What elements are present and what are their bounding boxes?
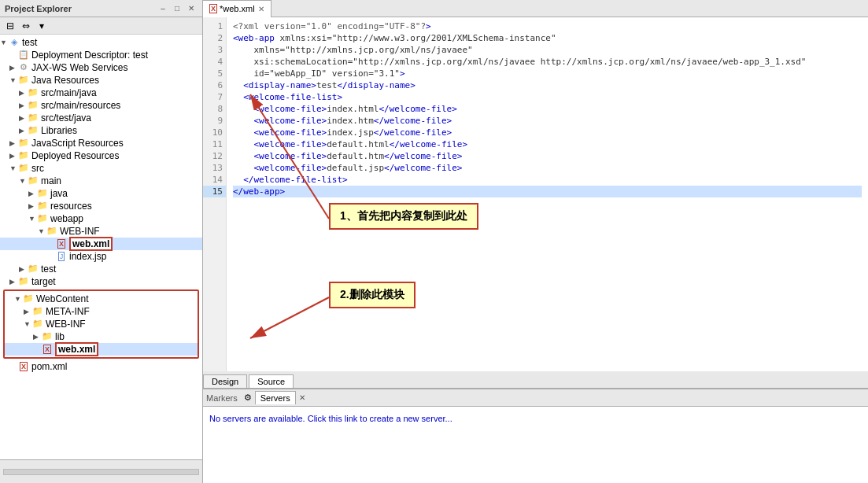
- jsp-icon: J: [55, 251, 68, 262]
- line-num-12: 12: [203, 150, 226, 162]
- tree-label: JavaScript Resources: [31, 138, 124, 149]
- tree-item-indexjsp[interactable]: J index.jsp: [0, 250, 202, 263]
- code-line-15: </web-app>: [233, 186, 862, 197]
- tree-label: WebContent: [36, 293, 89, 304]
- tree-item-srctestjava[interactable]: ▶ 📁 src/test/java: [0, 112, 202, 124]
- folder-src-icon: 📁: [27, 112, 39, 124]
- webcontent-highlight-box: ▼ 📁 WebContent ▶ 📁 META-INF ▼ 📁 WEB-INF …: [3, 289, 199, 359]
- line-num-4: 4: [203, 56, 226, 68]
- servers-tab[interactable]: Servers: [255, 391, 296, 404]
- horizontal-scrollbar[interactable]: [3, 469, 199, 475]
- tab-label: *web.xml: [220, 4, 255, 13]
- line-num-7: 7: [203, 91, 226, 103]
- folder-icon: 📁: [31, 306, 44, 317]
- bottom-area: Markers ⚙ Servers ✕ No servers are avail…: [203, 389, 868, 483]
- servers-icon: ⚙: [244, 393, 252, 403]
- create-server-link[interactable]: No servers are available. Click this lin…: [209, 414, 452, 423]
- tree-item-target[interactable]: ▶ 📁 target: [0, 275, 202, 288]
- code-line-11: <welcome-file>default.html</welcome-file…: [233, 138, 862, 150]
- tree-item-pomxml[interactable]: X pom.xml: [0, 360, 202, 373]
- tree-item-libraries[interactable]: ▶ 📁 Libraries: [0, 124, 202, 137]
- tree-label: target: [31, 276, 56, 287]
- design-source-tabs: Design Source: [203, 371, 868, 389]
- tree-item-resources[interactable]: ▶ 📁 resources: [0, 200, 202, 212]
- tree-item-srcmainjava[interactable]: ▶ 📁 src/main/java: [0, 87, 202, 99]
- tree-label: META-INF: [46, 306, 90, 317]
- tree-item-webinf[interactable]: ▼ 📁 WEB-INF: [0, 225, 202, 238]
- project-explorer-panel: Project Explorer – □ ✕ ⊟ ⇔ ▾ ▼ ◈ test 📋 …: [0, 0, 203, 483]
- tree-item-java[interactable]: ▶ 📁 java: [0, 187, 202, 200]
- tree-arrow: ▶: [28, 190, 36, 197]
- tree-label: Libraries: [41, 125, 77, 136]
- folder-icon: 📁: [17, 150, 30, 161]
- tree-item-metainf[interactable]: ▶ 📁 META-INF: [5, 305, 198, 318]
- tree-label: resources: [50, 201, 92, 212]
- tree-label: web.xml: [55, 344, 98, 355]
- menu-icon[interactable]: ▾: [35, 19, 49, 33]
- code-line-4: xsi:schemaLocation="http://xmlns.jcp.org…: [233, 56, 862, 68]
- line-num-6: 6: [203, 79, 226, 91]
- tree-arrow: ▶: [19, 114, 27, 122]
- tree-label: src/main/java: [41, 87, 97, 98]
- tree-label: webapp: [50, 213, 83, 224]
- folder-icon: 📁: [46, 226, 58, 237]
- close-icon[interactable]: ✕: [185, 2, 198, 15]
- tree-item-deployment[interactable]: 📋 Deployment Descriptor: test: [0, 49, 202, 61]
- folder-src-icon: 📁: [17, 163, 30, 174]
- xml-icon: X: [55, 238, 68, 249]
- tree-label: index.jsp: [69, 251, 106, 262]
- tree-item-jsresources[interactable]: ▶ 📁 JavaScript Resources: [0, 137, 202, 149]
- markers-tab-label[interactable]: Markers: [206, 393, 238, 403]
- minimize-icon[interactable]: –: [157, 2, 169, 15]
- panel-icons: – □ ✕: [157, 2, 198, 15]
- folder-src-icon: 📁: [27, 87, 39, 98]
- tree-label: JAX-WS Web Services: [31, 62, 127, 73]
- tree-container[interactable]: ▼ ◈ test 📋 Deployment Descriptor: test ▶…: [0, 35, 202, 459]
- tree-item-javaresources[interactable]: ▼ 📁 Java Resources: [0, 74, 202, 87]
- tree-item-test[interactable]: ▼ ◈ test: [0, 36, 202, 49]
- tree-item-src[interactable]: ▼ 📁 src: [0, 162, 202, 175]
- tab-source[interactable]: Source: [249, 374, 294, 388]
- tab-design[interactable]: Design: [203, 374, 247, 388]
- line-num-3: 3: [203, 44, 226, 56]
- tree-label: src/main/resources: [41, 100, 120, 111]
- tree-arrow: ▶: [9, 139, 17, 147]
- tree-item-webinf2[interactable]: ▼ 📁 WEB-INF: [5, 318, 198, 330]
- tree-item-webxml2[interactable]: X web.xml: [5, 343, 198, 356]
- line-num-2: 2: [203, 32, 226, 44]
- servers-close-icon[interactable]: ✕: [299, 393, 305, 402]
- code-line-3: xmlns="http://xmlns.jcp.org/xml/ns/javae…: [233, 44, 862, 56]
- tree-arrow: ▼: [9, 76, 17, 84]
- tree-arrow: ▶: [33, 333, 41, 341]
- folder-icon: 📁: [27, 175, 39, 186]
- editor-tab-webxml[interactable]: X *web.xml ✕: [203, 0, 271, 17]
- maximize-icon[interactable]: □: [171, 2, 183, 15]
- tree-label: pom.xml: [31, 361, 67, 372]
- tree-arrow: ▶: [19, 89, 27, 97]
- xml-icon: X: [17, 361, 30, 372]
- code-line-5: id="webApp_ID" version="3.1">: [233, 68, 862, 79]
- tree-arrow: ▼: [0, 39, 8, 46]
- tree-item-webapp[interactable]: ▼ 📁 webapp: [0, 212, 202, 225]
- tree-item-test2[interactable]: ▶ 📁 test: [0, 263, 202, 275]
- code-editor[interactable]: 123456789101112131415 <?xml version="1.0…: [203, 17, 868, 371]
- tree-item-webxml1[interactable]: X web.xml: [0, 238, 202, 250]
- editor-area: X *web.xml ✕ 123456789101112131415 <?xml…: [203, 0, 868, 371]
- tree-item-main[interactable]: ▼ 📁 main: [0, 175, 202, 187]
- folder-icon: 📁: [36, 201, 49, 212]
- folder-icon: 📁: [22, 293, 35, 304]
- collapse-all-icon[interactable]: ⊟: [3, 19, 17, 33]
- link-with-editor-icon[interactable]: ⇔: [19, 19, 33, 33]
- tree-item-srcmainresources[interactable]: ▶ 📁 src/main/resources: [0, 99, 202, 112]
- tree-arrow: ▼: [38, 227, 46, 235]
- xml-tab-icon: X: [209, 4, 217, 13]
- tab-close-icon[interactable]: ✕: [258, 5, 264, 13]
- line-num-11: 11: [203, 138, 226, 150]
- code-line-2: <web-app xmlns:xsi="http://www.w3.org/20…: [233, 32, 862, 44]
- tree-item-jaxws[interactable]: ▶ ⚙ JAX-WS Web Services: [0, 61, 202, 74]
- tree-item-deployedres[interactable]: ▶ 📁 Deployed Resources: [0, 149, 202, 162]
- tree-item-webcontent[interactable]: ▼ 📁 WebContent: [5, 293, 198, 305]
- tree-item-lib[interactable]: ▶ 📁 lib: [5, 330, 198, 343]
- code-content[interactable]: <?xml version="1.0" encoding="UTF-8"?><w…: [227, 17, 868, 371]
- gear-icon: ⚙: [17, 62, 30, 73]
